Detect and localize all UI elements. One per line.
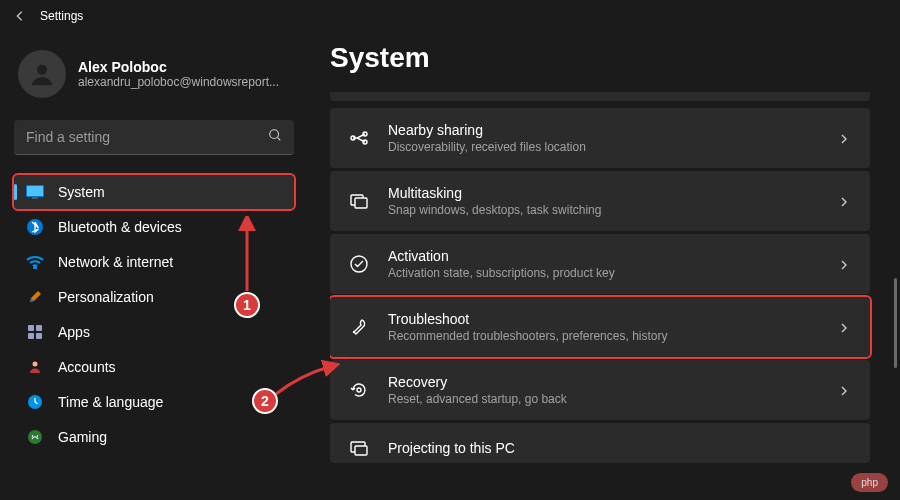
bluetooth-icon [26,218,44,236]
svg-rect-23 [355,446,367,455]
share-icon [348,127,370,149]
page-title: System [330,42,880,74]
partial-row-top [330,92,870,101]
multitask-icon [348,190,370,212]
svg-rect-7 [28,325,34,331]
check-circle-icon [348,253,370,275]
setting-title: Troubleshoot [388,311,820,327]
sidebar-item-label: Network & internet [58,254,173,270]
settings-list: Nearby sharing Discoverability, received… [330,92,880,463]
svg-point-21 [357,388,361,392]
chevron-right-icon [838,383,852,397]
svg-rect-4 [32,197,38,199]
sidebar-item-gaming[interactable]: Gaming [14,420,294,454]
sidebar-item-label: System [58,184,105,200]
svg-rect-18 [355,198,367,208]
search-icon [268,128,282,146]
recovery-icon [348,379,370,401]
setting-title: Activation [388,248,820,264]
sidebar-item-label: Gaming [58,429,107,445]
sidebar-item-system[interactable]: System [14,175,294,209]
chevron-right-icon [838,320,852,334]
search-box[interactable] [14,120,294,155]
brush-icon [26,288,44,306]
search-input[interactable] [26,129,268,145]
svg-rect-3 [27,186,43,196]
sidebar-item-apps[interactable]: Apps [14,315,294,349]
sidebar-item-accounts[interactable]: Accounts [14,350,294,384]
svg-point-11 [33,362,38,367]
sidebar-item-label: Bluetooth & devices [58,219,182,235]
setting-multitasking[interactable]: Multitasking Snap windows, desktops, tas… [330,171,870,231]
sidebar-item-personalization[interactable]: Personalization [14,280,294,314]
scrollbar[interactable] [894,278,897,368]
back-button[interactable] [12,8,28,24]
svg-point-0 [37,65,47,75]
setting-desc: Recommended troubleshooters, preferences… [388,329,820,343]
sidebar-item-bluetooth[interactable]: Bluetooth & devices [14,210,294,244]
setting-recovery[interactable]: Recovery Reset, advanced startup, go bac… [330,360,870,420]
setting-troubleshoot[interactable]: Troubleshoot Recommended troubleshooters… [330,297,870,357]
setting-title: Multitasking [388,185,820,201]
main-content: System Nearby sharing Discoverability, r… [308,32,900,500]
svg-point-20 [354,332,355,333]
setting-desc: Activation state, subscriptions, product… [388,266,820,280]
svg-rect-9 [28,333,34,339]
project-icon [348,437,370,459]
window-title: Settings [40,9,83,23]
user-name: Alex Poloboc [78,59,279,75]
sidebar-item-label: Accounts [58,359,116,375]
setting-title: Nearby sharing [388,122,820,138]
setting-activation[interactable]: Activation Activation state, subscriptio… [330,234,870,294]
sidebar-item-label: Time & language [58,394,163,410]
setting-nearby-sharing[interactable]: Nearby sharing Discoverability, received… [330,108,870,168]
user-block[interactable]: Alex Poloboc alexandru_poloboc@windowsre… [14,42,294,116]
chevron-right-icon [838,194,852,208]
setting-title: Projecting to this PC [388,440,852,456]
svg-rect-10 [36,333,42,339]
user-email: alexandru_poloboc@windowsreport... [78,75,279,89]
system-icon [26,183,44,201]
setting-desc: Reset, advanced startup, go back [388,392,820,406]
svg-rect-8 [36,325,42,331]
setting-desc: Discoverability, received files location [388,140,820,154]
titlebar: Settings [0,0,900,32]
sidebar-item-time-language[interactable]: Time & language [14,385,294,419]
sidebar-item-label: Personalization [58,289,154,305]
svg-point-6 [34,267,36,269]
gaming-icon [26,428,44,446]
sidebar-item-label: Apps [58,324,90,340]
setting-desc: Snap windows, desktops, task switching [388,203,820,217]
svg-point-1 [270,130,279,139]
chevron-right-icon [838,257,852,271]
chevron-right-icon [838,131,852,145]
svg-point-19 [351,256,367,272]
watermark: php [851,473,888,492]
setting-title: Recovery [388,374,820,390]
person-icon [26,358,44,376]
clock-globe-icon [26,393,44,411]
sidebar-item-network[interactable]: Network & internet [14,245,294,279]
sidebar: Alex Poloboc alexandru_poloboc@windowsre… [0,32,308,500]
apps-icon [26,323,44,341]
wrench-icon [348,316,370,338]
nav-list: System Bluetooth & devices Network & int… [14,175,294,454]
setting-projecting[interactable]: Projecting to this PC [330,423,870,463]
wifi-icon [26,253,44,271]
avatar [18,50,66,98]
